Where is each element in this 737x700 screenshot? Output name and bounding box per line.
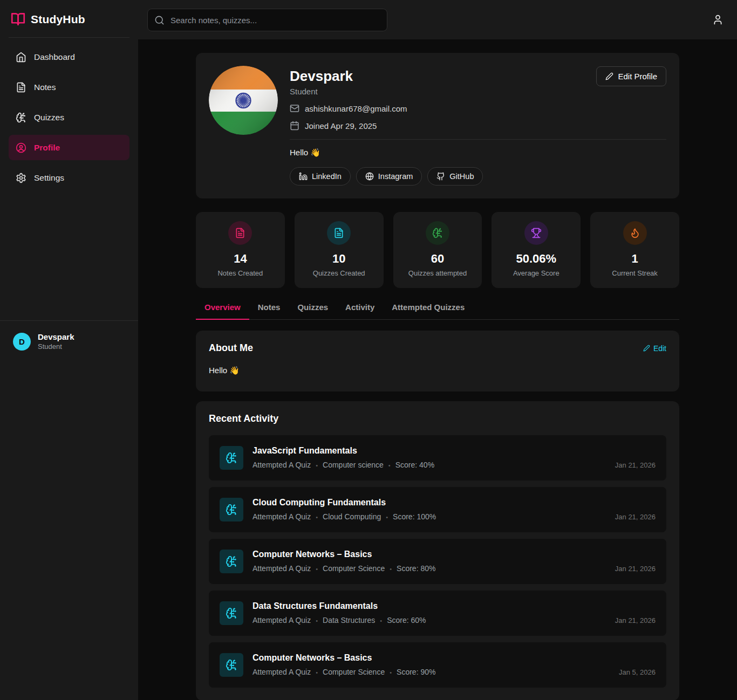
brain-circuit-icon: [220, 601, 243, 625]
app-logo[interactable]: StudyHub: [0, 0, 138, 37]
stat-notes-created: 14 Notes Created: [196, 212, 285, 288]
profile-avatar-india-flag: [209, 66, 278, 135]
activity-date: Jan 21, 2026: [615, 616, 656, 624]
activity-title: Computer Networks – Basics: [253, 550, 656, 559]
brain-circuit-icon: [220, 653, 243, 677]
activity-title: Data Structures Fundamentals: [253, 601, 656, 611]
activity-date: Jan 21, 2026: [615, 565, 656, 573]
brain-circuit-icon: [16, 112, 26, 123]
profile-joined-row: Joined Apr 29, 2025: [290, 121, 666, 131]
sidebar-item-quizzes[interactable]: Quizzes: [9, 105, 129, 130]
avatar: D: [13, 333, 31, 351]
github-icon: [436, 172, 445, 181]
search-input[interactable]: [147, 9, 387, 31]
profile-bio: Hello 👋: [290, 148, 666, 157]
mail-icon: [290, 104, 299, 113]
activity-score: Score: 60%: [375, 616, 426, 624]
activity-title: Computer Networks – Basics: [253, 653, 656, 663]
list-item[interactable]: Computer Networks – Basics Attempted A Q…: [209, 642, 666, 688]
file-text-icon: [228, 221, 252, 245]
brain-circuit-icon: [220, 446, 243, 470]
gear-icon: [16, 173, 26, 183]
stat-value: 60: [398, 252, 478, 266]
sidebar-user-card[interactable]: D Devspark Student: [0, 320, 138, 362]
activity-category: Cloud Computing: [311, 512, 381, 521]
activity-action: Attempted A Quiz: [253, 461, 311, 469]
brain-circuit-icon: [220, 550, 243, 573]
user-account-button[interactable]: [712, 14, 724, 25]
list-item[interactable]: JavaScript Fundamentals Attempted A Quiz…: [209, 435, 666, 481]
profile-card: Devspark Student ashishkunar678@gmail.co…: [196, 53, 679, 198]
stat-label: Average Score: [496, 269, 576, 277]
sidebar-nav: Dashboard Notes Quizzes Profile Settings: [0, 38, 138, 190]
pencil-icon: [643, 345, 650, 352]
stat-quizzes-created: 10 Quizzes Created: [295, 212, 384, 288]
linkedin-button[interactable]: LinkedIn: [290, 167, 351, 186]
sidebar-item-profile[interactable]: Profile: [9, 135, 129, 160]
about-edit-button[interactable]: Edit: [643, 344, 666, 353]
activity-date: Jan 21, 2026: [615, 461, 656, 469]
sidebar-item-dashboard[interactable]: Dashboard: [9, 44, 129, 70]
user-circle-icon: [16, 142, 26, 153]
activity-score: Score: 90%: [385, 668, 435, 676]
tab-notes[interactable]: Notes: [249, 303, 289, 320]
brain-circuit-icon: [220, 498, 243, 521]
linkedin-icon: [299, 172, 308, 181]
trophy-icon: [524, 221, 548, 245]
profile-role: Student: [290, 87, 666, 96]
github-button[interactable]: GitHub: [427, 167, 483, 186]
app-name: StudyHub: [31, 13, 85, 26]
activity-action: Attempted A Quiz: [253, 668, 311, 676]
list-item[interactable]: Cloud Computing Fundamentals Attempted A…: [209, 487, 666, 532]
list-item[interactable]: Computer Networks – Basics Attempted A Q…: [209, 539, 666, 584]
activity-title: Cloud Computing Fundamentals: [253, 498, 656, 507]
tab-quizzes[interactable]: Quizzes: [289, 303, 337, 320]
about-me-title: About Me: [209, 342, 253, 354]
calendar-icon: [290, 121, 299, 131]
stat-value: 50.06%: [496, 252, 576, 266]
about-me-body: Hello 👋: [209, 366, 666, 375]
main-content: Devspark Student ashishkunar678@gmail.co…: [138, 0, 737, 700]
activity-title: JavaScript Fundamentals: [253, 446, 656, 456]
search-bar: [147, 9, 387, 31]
activity-score: Score: 100%: [381, 512, 436, 521]
list-item[interactable]: Data Structures Fundamentals Attempted A…: [209, 591, 666, 636]
stat-value: 1: [595, 252, 675, 266]
social-links: LinkedIn Instagram GitHub: [290, 167, 666, 186]
activity-score: Score: 40%: [384, 461, 434, 469]
instagram-button[interactable]: Instagram: [356, 167, 422, 186]
home-icon: [16, 52, 26, 63]
search-icon: [154, 15, 165, 25]
file-text-icon: [16, 82, 26, 93]
activity-list: JavaScript Fundamentals Attempted A Quiz…: [209, 435, 666, 688]
user-icon: [712, 14, 724, 25]
stat-current-streak: 1 Current Streak: [590, 212, 679, 288]
about-me-card: About Me Edit Hello 👋: [196, 331, 679, 392]
sidebar-user-name: Devspark: [38, 332, 74, 341]
activity-action: Attempted A Quiz: [253, 512, 311, 521]
topbar: [138, 0, 737, 39]
tab-attempted-quizzes[interactable]: Attempted Quizzes: [383, 303, 473, 320]
sidebar-user-role: Student: [38, 342, 74, 351]
stats-row: 14 Notes Created 10 Quizzes Created 60 Q…: [196, 212, 679, 288]
stat-label: Current Streak: [595, 269, 675, 277]
brain-circuit-icon: [426, 221, 449, 245]
profile-email: ashishkunar678@gmail.com: [305, 104, 407, 113]
recent-activity-card: Recent Activity JavaScript Fundamentals …: [196, 401, 679, 700]
sidebar: StudyHub Dashboard Notes Quizzes Profile…: [0, 0, 138, 700]
activity-category: Computer Science: [311, 564, 385, 573]
sidebar-item-notes[interactable]: Notes: [9, 74, 129, 100]
tab-overview[interactable]: Overview: [196, 303, 249, 320]
tab-activity[interactable]: Activity: [337, 303, 383, 320]
profile-tabs: Overview Notes Quizzes Activity Attempte…: [196, 303, 679, 320]
activity-action: Attempted A Quiz: [253, 564, 311, 573]
sidebar-item-settings[interactable]: Settings: [9, 165, 129, 190]
activity-category: Data Structures: [311, 616, 375, 624]
activity-date: Jan 21, 2026: [615, 513, 656, 521]
file-text-icon: [327, 221, 351, 245]
pencil-icon: [605, 72, 613, 80]
profile-joined: Joined Apr 29, 2025: [305, 121, 377, 131]
stat-value: 14: [200, 252, 281, 266]
edit-profile-button[interactable]: Edit Profile: [596, 66, 666, 86]
profile-divider: [290, 139, 666, 140]
